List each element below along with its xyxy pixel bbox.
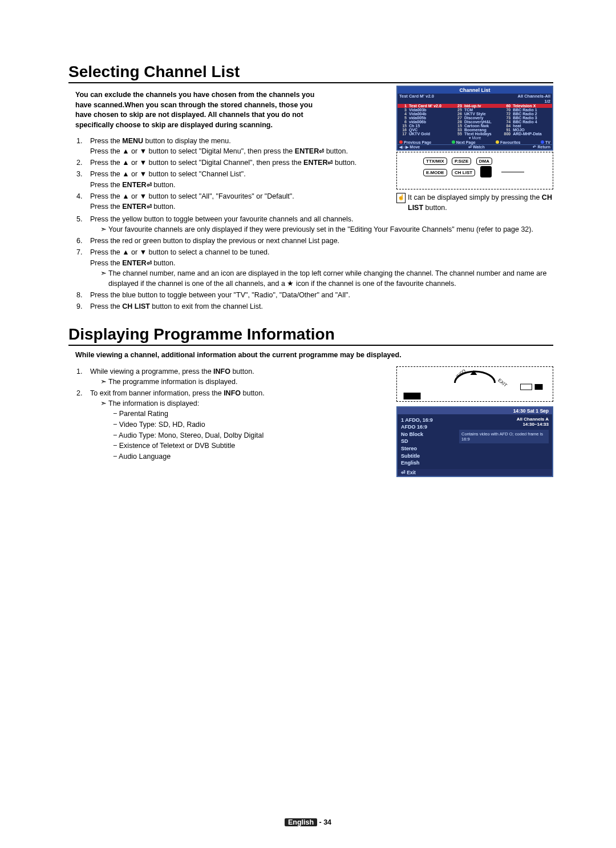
remote-btn-emode: E.MODE xyxy=(423,169,447,176)
osd-info-line: English xyxy=(401,459,452,467)
osd-info-allchan: All Channels A xyxy=(459,417,549,422)
remote-large-button-icon xyxy=(480,166,492,177)
step-item: Press the ▲ or ▼ button to select a chan… xyxy=(84,247,553,289)
info-detail-item: Parental Rating xyxy=(113,409,386,419)
osd-info-line: Stereo xyxy=(401,445,452,453)
remote-bar-icon xyxy=(404,393,421,399)
step-item: While viewing a programme, press the INF… xyxy=(84,366,386,387)
section1-intro: You can exclude the channels you have ch… xyxy=(75,90,326,130)
section2-title: Displaying Programme Information xyxy=(68,325,553,346)
red-dot-icon xyxy=(399,140,403,144)
remote-btn-dma: DMA xyxy=(476,158,492,165)
step-item: Press the ▲ or ▼ button to select "Chann… xyxy=(84,169,386,189)
osd-top-right: All Channels-All xyxy=(517,94,550,99)
osd-channel-row: 15Ch 1515Cartoon Nwk84heat xyxy=(398,124,552,128)
osd-page: 1/2 xyxy=(545,99,550,104)
section2-steps: While viewing a programme, press the INF… xyxy=(68,366,386,462)
footer-lang: English xyxy=(285,818,317,826)
osd-title: Channel List xyxy=(398,87,552,94)
pointer-line-icon xyxy=(501,172,524,172)
section2-intro: While viewing a channel, additional info… xyxy=(75,350,543,361)
info-detail-item: Audio Language xyxy=(113,451,386,462)
osd-info-line: 1 AFDO, 16:9 xyxy=(401,417,452,424)
hand-icon: ☝ xyxy=(396,193,406,203)
step-item: Press the MENU button to display the men… xyxy=(84,136,386,156)
osd-more: ▾ More xyxy=(398,136,552,140)
page-footer: English - 34 xyxy=(0,818,616,826)
osd-channel-row: 3Vida003b25TCM70BBC Radio 1 xyxy=(398,108,552,112)
osd-info-line: SD xyxy=(401,438,452,445)
osd-info-line: No Block xyxy=(401,431,452,438)
osd-channel-list: Channel List Test Card M' v2.0 All Chann… xyxy=(396,86,553,151)
footer-page: - 34 xyxy=(317,818,331,826)
osd-info-progtime: 14:30~14:33 xyxy=(459,422,549,427)
section1-steps: Press the MENU button to display the men… xyxy=(68,136,386,212)
info-detail-item: Video Type: SD, HD, Radio xyxy=(113,419,386,430)
step-item: Press the blue button to toggle between … xyxy=(84,290,553,300)
osd-info-desc: Contains video with AFD O; coded frame i… xyxy=(459,430,549,443)
info-detail-item: Audio Type: Mono, Stereo, Dual, Dolby Di… xyxy=(113,430,386,441)
remote-small-button-icon xyxy=(521,384,532,390)
remote-diagram-info: INFO EXIT xyxy=(396,366,553,402)
step-item: Press the red or green button to display… xyxy=(84,236,553,246)
exit-label-icon: EXIT xyxy=(497,377,508,387)
osd-channel-row: 17UKTV Gold55Ttext Holidays800ARD-MHP-Da… xyxy=(398,132,552,136)
step-item: Press the yellow button to toggle betwee… xyxy=(84,214,553,235)
info-detail-item: Existence of Teletext or DVB Subtitle xyxy=(113,441,386,451)
osd-channel-table: 1Test Card M' v2.023bid-up.tv60Televisio… xyxy=(398,104,552,136)
step-item: Press the CH LIST button to exit from th… xyxy=(84,301,553,312)
osd-programme-info: 14:30 Sat 1 Sep 1 AFDO, 16:9AFDO 16:9No … xyxy=(396,406,553,477)
osd-info-exit: ⏎ Exit xyxy=(398,469,552,476)
osd-channel-row: 16QVC33Boomerang91MOJO xyxy=(398,128,552,132)
osd-info-left-col: 1 AFDO, 16:9AFDO 16:9No BlockSDStereoSub… xyxy=(398,414,456,469)
section1-title: Selecting Channel List xyxy=(68,63,553,83)
osd-bottom-bar: ◀☼▶ Move ⏎ Watch ↶ Return xyxy=(398,144,552,150)
remote-btn-psize: P.SIZE xyxy=(452,158,471,165)
osd-channel-row: 4Vida004b26UKTV Style72BBC Radio 2 xyxy=(398,112,552,116)
osd-channel-row: 1Test Card M' v2.023bid-up.tv60Televisio… xyxy=(398,104,552,108)
remote-btn-chlist: CH LIST xyxy=(452,169,475,176)
section1-steps-continued: Press the yellow button to toggle betwee… xyxy=(68,214,553,312)
step-item: Press the ▲ or ▼ button to select "Digit… xyxy=(84,158,386,168)
osd-legend-row: Previous Page Next Page Favourites TV xyxy=(398,140,552,144)
osd-info-line: AFDO 16:9 xyxy=(401,423,452,431)
osd-channel-row: 6vida006b28DiscoveryH&L74BBC Radio 4 xyxy=(398,120,552,124)
remote-diagram-chlist: TTX/MIX P.SIZE DMA E.MODE CH LIST xyxy=(396,152,553,189)
osd-channel-row: 5vida005b27Discovery73BBC Radio 3 xyxy=(398,116,552,120)
step-item: Press the ▲ or ▼ button to select "All",… xyxy=(84,191,386,212)
yellow-dot-icon xyxy=(496,140,499,144)
blue-dot-icon xyxy=(541,140,544,144)
remote-small-button2-icon xyxy=(535,384,543,390)
green-dot-icon xyxy=(452,140,455,144)
remote-btn-ttxmix: TTX/MIX xyxy=(423,158,447,165)
osd-info-time: 14:30 Sat 1 Sep xyxy=(398,407,552,414)
step-item: To exit from banner information, press t… xyxy=(84,388,386,462)
osd-info-line: Subtitle xyxy=(401,453,452,460)
osd-top-left: Test Card M' v2.0 xyxy=(399,94,434,104)
hand-tip-chlist: ☝ It can be displayed simply by pressing… xyxy=(396,193,553,213)
